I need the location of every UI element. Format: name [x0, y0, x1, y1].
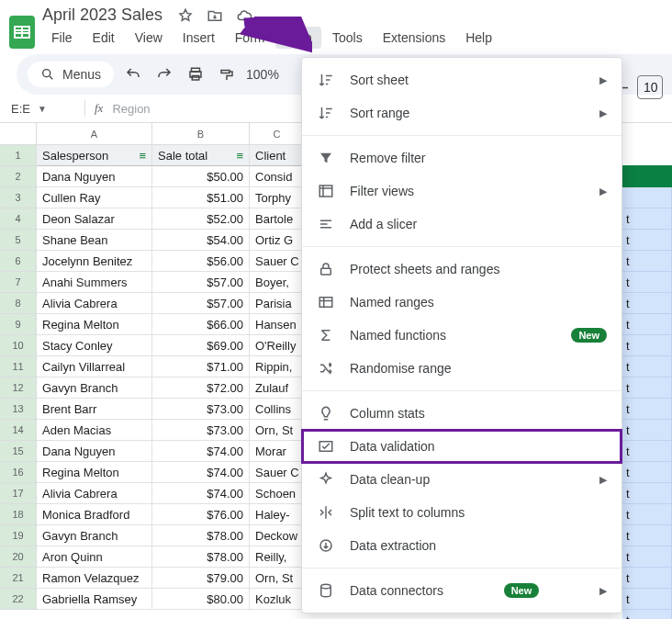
cell[interactable]: $57.00 — [152, 293, 250, 314]
filter-icon[interactable]: ≡ — [236, 149, 243, 163]
cell[interactable]: Collins — [250, 399, 305, 420]
cell[interactable]: Stacy Conley — [37, 335, 152, 356]
menu-help[interactable]: Help — [456, 27, 501, 49]
cell[interactable]: Sauer C — [250, 462, 305, 483]
row-number[interactable]: 5 — [0, 230, 37, 251]
cell[interactable]: Parisia — [250, 293, 305, 314]
menu-item-data-extraction[interactable]: Data extraction — [302, 529, 622, 562]
selected-cell[interactable]: t — [622, 462, 672, 483]
cell[interactable]: Ramon Velazquez — [37, 568, 152, 589]
cell[interactable]: Orn, St — [250, 568, 305, 589]
cell[interactable]: Zulauf — [250, 377, 305, 399]
cell[interactable]: Anahi Summers — [37, 272, 152, 293]
name-box[interactable]: E:E ▼ — [11, 102, 75, 116]
cell[interactable]: Haley- — [250, 504, 305, 525]
cell[interactable]: O'Reilly — [250, 335, 305, 356]
menu-item-add-a-slicer[interactable]: Add a slicer — [302, 208, 622, 241]
cell[interactable]: Cullen Ray — [37, 187, 152, 208]
selected-cell[interactable]: t — [622, 399, 672, 420]
cell[interactable]: Brent Barr — [37, 399, 152, 420]
star-icon[interactable] — [177, 7, 194, 24]
cell[interactable]: $76.00 — [152, 504, 250, 525]
cell[interactable]: $73.00 — [152, 420, 250, 441]
selected-cell[interactable]: t — [622, 314, 672, 335]
menu-item-data-connectors[interactable]: Data connectorsNew▶ — [302, 574, 622, 607]
selected-cell[interactable]: t — [622, 356, 672, 377]
menu-item-data-clean-up[interactable]: Data clean-up▶ — [302, 463, 622, 496]
cell[interactable]: $69.00 — [152, 335, 250, 356]
cell[interactable]: $79.00 — [152, 568, 250, 589]
sheets-logo[interactable] — [9, 16, 35, 49]
cell[interactable]: Dana Nguyen — [37, 441, 152, 462]
selected-cell[interactable]: t — [622, 546, 672, 568]
cell[interactable]: Boyer, — [250, 272, 305, 293]
cell[interactable]: Orn, St — [250, 420, 305, 441]
cell[interactable]: Morar — [250, 441, 305, 462]
selected-cell[interactable]: t — [622, 483, 672, 504]
cell[interactable]: Deon Salazar — [37, 208, 152, 230]
cloud-icon[interactable] — [236, 7, 252, 24]
cell[interactable]: $54.00 — [152, 230, 250, 251]
menu-file[interactable]: File — [42, 27, 82, 49]
menu-item-named-functions[interactable]: Named functionsNew — [302, 319, 622, 352]
menus-search[interactable]: Menus — [28, 62, 114, 87]
row-number[interactable]: 16 — [0, 462, 37, 483]
row-number[interactable]: 4 — [0, 208, 37, 230]
row-number[interactable]: 21 — [0, 568, 37, 589]
col-header-a[interactable]: A — [37, 123, 152, 145]
cell[interactable]: Cailyn Villarreal — [37, 356, 152, 377]
print-button[interactable] — [184, 62, 207, 86]
cell[interactable]: $78.00 — [152, 525, 250, 546]
cell[interactable]: $56.00 — [152, 251, 250, 272]
selected-cell[interactable]: t — [622, 335, 672, 356]
cell[interactable]: Rippin, — [250, 356, 305, 377]
row-number[interactable]: 6 — [0, 251, 37, 272]
menu-edit[interactable]: Edit — [84, 27, 124, 49]
row-number[interactable]: 10 — [0, 335, 37, 356]
cell[interactable]: $51.00 — [152, 187, 250, 208]
filter-icon[interactable]: ≡ — [139, 149, 146, 163]
cell[interactable]: $80.00 — [152, 589, 250, 610]
selected-cell[interactable]: t — [622, 525, 672, 546]
cell[interactable]: Monica Bradford — [37, 504, 152, 525]
row-number[interactable]: 12 — [0, 377, 37, 399]
cell[interactable]: $74.00 — [152, 441, 250, 462]
cell[interactable]: Regina Melton — [37, 462, 152, 483]
redo-button[interactable] — [152, 62, 176, 86]
move-icon[interactable] — [207, 7, 223, 24]
row-number[interactable]: 13 — [0, 399, 37, 420]
cell[interactable]: $52.00 — [152, 208, 250, 230]
cell[interactable]: Alivia Cabrera — [37, 483, 152, 504]
cell[interactable]: Alivia Cabrera — [37, 293, 152, 314]
undo-button[interactable] — [121, 62, 145, 86]
col-header-b[interactable]: B — [152, 123, 250, 145]
row-number[interactable]: 11 — [0, 356, 37, 377]
menu-item-sort-sheet[interactable]: Sort sheet▶ — [302, 63, 622, 96]
menu-item-split-text-to-columns[interactable]: Split text to columns — [302, 496, 622, 529]
cell[interactable]: $50.00 — [152, 166, 250, 187]
selected-cell[interactable]: t — [622, 589, 672, 610]
cell[interactable]: $57.00 — [152, 272, 250, 293]
cell[interactable]: Deckow — [250, 525, 305, 546]
row-number[interactable]: 9 — [0, 314, 37, 335]
cell[interactable]: Gabriella Ramsey — [37, 589, 152, 610]
menu-form[interactable]: Form — [226, 27, 274, 49]
row-number[interactable]: 7 — [0, 272, 37, 293]
cell[interactable]: Dana Nguyen — [37, 166, 152, 187]
row-number[interactable]: 15 — [0, 441, 37, 462]
header-client[interactable]: Client — [250, 145, 305, 166]
cell[interactable]: Gavyn Branch — [37, 377, 152, 399]
cell[interactable]: $71.00 — [152, 356, 250, 377]
cell[interactable]: Bartole — [250, 208, 305, 230]
cell[interactable]: Hansen — [250, 314, 305, 335]
menu-data[interactable]: Data — [275, 27, 321, 49]
selected-cell[interactable]: t — [622, 293, 672, 314]
cell[interactable]: $78.00 — [152, 546, 250, 568]
selected-cell[interactable]: t — [622, 568, 672, 589]
menu-item-protect-sheets-and-ranges[interactable]: Protect sheets and ranges — [302, 253, 622, 286]
cell[interactable]: Schoen — [250, 483, 305, 504]
cell[interactable]: $66.00 — [152, 314, 250, 335]
row-number[interactable]: 2 — [0, 166, 37, 187]
selected-cell[interactable]: t — [622, 377, 672, 399]
row-number[interactable]: 22 — [0, 589, 37, 610]
